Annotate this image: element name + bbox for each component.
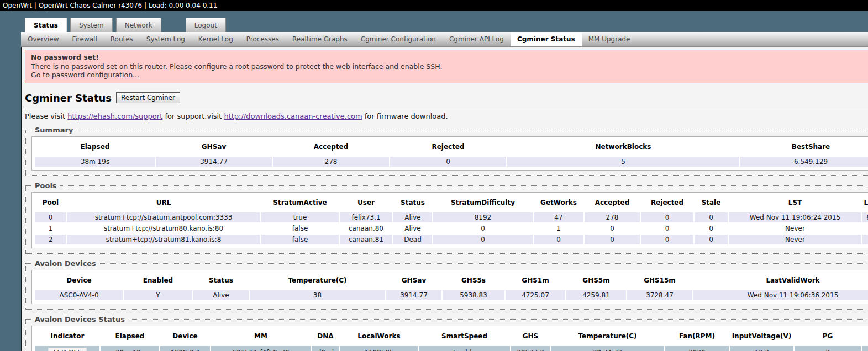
table-cell: Alive <box>393 224 432 233</box>
table-cell: 3 <box>795 346 861 351</box>
avalon-devices-status-table: IndicatorElapsedDeviceMMDNALocalWorksSma… <box>31 326 868 351</box>
table-cell: 1 <box>35 224 66 233</box>
table-row: 1stratum+tcp://stratum80.kano.is:80false… <box>35 224 868 233</box>
table-cell: 278 <box>273 157 389 167</box>
table-cell: 0 <box>534 235 583 244</box>
table-row: 2stratum+tcp://stratum81.kano.is:8falsec… <box>35 235 868 244</box>
subtab-routes[interactable]: Routes <box>104 32 140 46</box>
support-line: Please visit https://ehash.com/support f… <box>25 112 868 120</box>
column-header: GHS5m <box>566 274 626 289</box>
sub-tab-bar: Overview Firewall Routes System Log Kern… <box>21 32 868 47</box>
table-cell: true <box>261 212 339 222</box>
tab-logout[interactable]: Logout <box>186 18 226 32</box>
column-header: BestShare <box>740 140 868 156</box>
pools-fieldset: Pools PoolURLStratumActiveUserStatusStra… <box>25 182 868 254</box>
subtab-firewall[interactable]: Firewall <box>66 32 104 46</box>
table-cell: 47 <box>534 212 583 222</box>
table-cell: 4725.07 <box>506 290 565 300</box>
column-header: Rejected <box>641 196 693 211</box>
table-cell: 1 <box>534 224 583 233</box>
warning-text: There is no password set on this router.… <box>31 62 868 71</box>
column-header: GHS5s <box>443 274 504 289</box>
subtab-cgminer-configuration[interactable]: Cgminer Configuration <box>354 32 443 46</box>
table-cell <box>862 224 868 233</box>
subtab-mm-upgrade[interactable]: MM Upgrade <box>582 32 637 46</box>
table-cell: canaan.80 <box>340 224 392 233</box>
table-cell: stratum+tcp://stratum80.kano.is:80 <box>67 224 260 233</box>
column-header: Pool <box>35 196 66 211</box>
table-cell: Never <box>729 224 861 233</box>
subtab-realtime-graphs[interactable]: Realtime Graphs <box>286 32 354 46</box>
table-cell: 5 <box>507 157 739 167</box>
column-header: MM <box>211 329 311 345</box>
subtab-cgminer-status[interactable]: Cgminer Status <box>511 32 582 46</box>
tab-system[interactable]: System <box>70 18 113 32</box>
table-cell: Enable <box>419 346 510 351</box>
tab-status[interactable]: Status <box>25 18 67 32</box>
warning-title: No password set! <box>31 53 868 61</box>
table-cell: false <box>261 235 339 244</box>
column-header: Indicator <box>35 329 99 345</box>
column-header: LocalWorks <box>340 329 418 345</box>
table-cell: 3030 <box>665 346 729 351</box>
table-cell: 3914.77 <box>386 290 441 300</box>
table-cell: stratum+tcp://stratum.antpool.com:3333 <box>67 212 260 222</box>
column-header: PG <box>795 329 861 345</box>
table-row: 0stratum+tcp://stratum.antpool.com:3333t… <box>35 212 868 222</box>
column-header: Temperature(C) <box>250 274 385 289</box>
title-divider <box>25 107 868 107</box>
column-header: Accepted <box>273 140 389 156</box>
column-header: GHSav <box>156 140 272 156</box>
table-cell: Wed Nov 11 19:06:24 2015 <box>729 212 861 222</box>
support-line-suffix: for firmware download. <box>362 112 448 120</box>
table-cell: felix73.1 <box>340 212 392 222</box>
column-header: DNA <box>312 329 339 345</box>
column-header: LastValidWork <box>693 274 868 289</box>
main-tab-band: Status System Network Logout <box>0 11 868 32</box>
avalon-devices-legend: Avalon Devices <box>31 259 99 268</box>
table-cell: 0 <box>433 224 533 233</box>
table-cell: 8192 <box>433 212 533 222</box>
support-link[interactable]: https://ehash.com/support <box>67 112 162 120</box>
table-cell: Dead <box>393 235 432 244</box>
subtab-system-log[interactable]: System Log <box>140 32 192 46</box>
subtab-kernel-log[interactable]: Kernel Log <box>192 32 240 46</box>
table-cell: 38 74 73 <box>551 346 664 351</box>
table-cell: 0 <box>433 235 533 244</box>
table-cell: 0 <box>585 235 640 244</box>
column-header: Fan(RPM) <box>665 329 729 345</box>
table-cell: d9ed <box>312 346 339 351</box>
tab-network[interactable]: Network <box>116 18 161 32</box>
restart-cgminer-button[interactable]: Restart Cgminer <box>116 92 180 103</box>
column-header: Stale <box>695 196 728 211</box>
main-tabs: Status System Network Logout <box>25 18 229 32</box>
column-header: Elapsed <box>101 329 159 345</box>
table-cell: 38m 19s <box>101 346 159 351</box>
table-cell: 6,549,129 <box>740 157 868 167</box>
table-cell: 8192 <box>862 212 868 222</box>
table-cell <box>862 235 868 244</box>
subtab-overview[interactable]: Overview <box>21 32 66 46</box>
column-header: Device <box>35 274 123 289</box>
column-header: GetWorks <box>534 196 583 211</box>
led-button[interactable]: LED OFF <box>48 348 87 351</box>
table-cell: 0 <box>641 235 693 244</box>
table-cell: 4259.81 <box>566 290 626 300</box>
password-configuration-link[interactable]: Go to password configuration... <box>31 71 139 79</box>
column-header: StratumActive <box>261 196 339 211</box>
table-cell: 38 <box>250 290 385 300</box>
table-cell: 2 <box>35 235 66 244</box>
subtab-processes[interactable]: Processes <box>240 32 286 46</box>
subtab-cgminer-api-log[interactable]: Cgminer API Log <box>443 32 511 46</box>
table-row: LED OFF38m 19sA60S-0-1601511-f4f59c70d9e… <box>35 346 868 351</box>
support-line-prefix: Please visit <box>25 112 67 120</box>
table-cell: false <box>261 224 339 233</box>
table-cell: LED OFF <box>35 346 99 351</box>
firmware-download-link[interactable]: http://downloads.canaan-creative.com <box>224 112 362 120</box>
table-cell: Never <box>729 235 861 244</box>
table-cell: Alive <box>193 290 249 300</box>
table-cell: 0 <box>35 212 66 222</box>
column-header: Status <box>193 274 249 289</box>
table-cell: stratum+tcp://stratum81.kano.is:8 <box>67 235 260 244</box>
avalon-devices-fieldset: Avalon Devices DeviceEnabledStatusTemper… <box>25 259 868 310</box>
